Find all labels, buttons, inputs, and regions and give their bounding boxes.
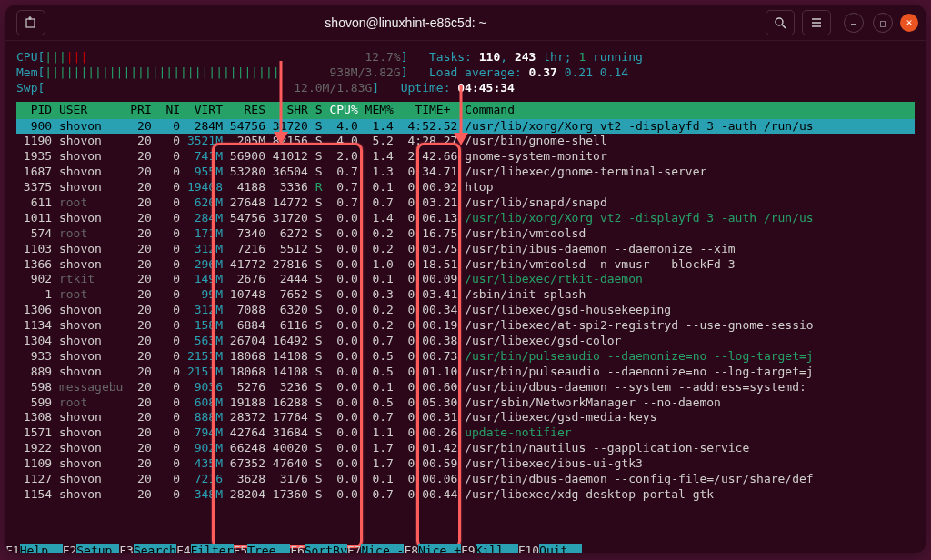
process-row[interactable]: 1103 shovon 20 0 312M 7216 5512 S 0.0 0.…	[16, 242, 915, 257]
mem-label: Mem	[16, 65, 37, 79]
search-button[interactable]	[766, 10, 795, 35]
maximize-button[interactable]: □	[873, 13, 893, 33]
window-title: shovon@linuxhint-e86c5d: ~	[325, 15, 486, 31]
close-icon: ✕	[906, 16, 913, 29]
close-button[interactable]: ✕	[900, 14, 918, 32]
process-row[interactable]: 1154 shovon 20 0 348M 28204 17360 S 0.0 …	[16, 487, 915, 503]
swp-label: Swp	[16, 81, 37, 95]
hdr-time: TIME+	[415, 103, 450, 116]
hdr-mem: MEM%	[365, 103, 394, 116]
search-icon	[774, 16, 786, 29]
minimize-icon: –	[851, 17, 856, 29]
process-row[interactable]: 1134 shovon 20 0 158M 6884 6116 S 0.0 0.…	[16, 318, 915, 334]
new-tab-icon	[25, 16, 37, 29]
swp-used: 12.0M	[294, 81, 329, 95]
process-row[interactable]: 1687 shovon 20 0 955M 53280 36504 S 0.7 …	[16, 165, 915, 180]
process-row[interactable]: 1304 shovon 20 0 563M 26704 16492 S 0.0 …	[16, 334, 915, 349]
fkey-sortby[interactable]: SortBy	[305, 544, 347, 553]
process-row[interactable]: 598 messagebu 20 0 9036 5276 3236 S 0.0 …	[16, 380, 915, 395]
fkey-tree[interactable]: Tree	[247, 544, 290, 553]
hdr-pid: PID	[31, 103, 52, 116]
new-tab-button[interactable]	[16, 10, 45, 35]
la3: 0.14	[600, 65, 628, 79]
hdr-user: USER	[59, 103, 87, 116]
hdr-cpu: CPU%	[329, 103, 357, 116]
process-header[interactable]: PID USER PRI NI VIRT RES SHR S CPU% MEM%…	[16, 102, 915, 119]
process-row[interactable]: 902 rtkit 20 0 149M 2676 2444 S 0.0 0.1 …	[16, 272, 915, 287]
terminal-content[interactable]: CPU[|||||| 12.7%] Tasks: 110, 243 thr; 1…	[5, 41, 926, 553]
process-row[interactable]: 1935 shovon 20 0 741M 56900 41012 S 2.0 …	[16, 149, 915, 165]
fkey-kill[interactable]: Kill	[476, 544, 518, 553]
process-row[interactable]: 611 root 20 0 620M 27648 14772 S 0.7 0.7…	[16, 195, 915, 211]
fkey-nice-up[interactable]: Nice +	[418, 544, 461, 553]
fkey-nice-down[interactable]: Nice -	[361, 544, 404, 553]
hdr-virt: VIRT	[195, 103, 223, 116]
process-row[interactable]: 1011 shovon 20 0 284M 54756 31720 S 0.0 …	[16, 211, 915, 226]
process-row[interactable]: 889 shovon 20 0 2151M 18068 14108 S 0.0 …	[16, 365, 915, 380]
thr-label: thr;	[543, 50, 571, 64]
fkey-setup[interactable]: Setup	[76, 544, 119, 553]
function-keys: F1Help F2Setup F3SearchF4FilterF5Tree F6…	[5, 544, 926, 553]
process-row[interactable]: 1 root 20 0 99M 10748 7652 S 0.0 0.3 0:0…	[16, 287, 915, 303]
la-label: Load average:	[429, 65, 522, 79]
meters: CPU[|||||| 12.7%] Tasks: 110, 243 thr; 1…	[16, 50, 915, 96]
fkey-help[interactable]: Help	[20, 544, 63, 553]
process-row[interactable]: 599 root 20 0 608M 19188 16288 S 0.0 0.5…	[16, 395, 915, 411]
svg-point-1	[776, 18, 783, 25]
uptime-label: Uptime:	[401, 81, 451, 95]
process-row[interactable]: 1308 shovon 20 0 888M 28372 17764 S 0.0 …	[16, 410, 915, 425]
process-row[interactable]: 900 shovon 20 0 284M 54756 31720 S 4.0 1…	[16, 119, 915, 135]
fkey-quit[interactable]: Quit	[539, 544, 582, 553]
hdr-ni: NI	[165, 103, 180, 116]
svg-rect-0	[26, 19, 35, 27]
process-row[interactable]: 1571 shovon 20 0 794M 42764 31684 S 0.0 …	[16, 425, 915, 441]
minimize-button[interactable]: –	[844, 13, 864, 33]
cpu-pct: 12.7%	[365, 50, 401, 64]
process-row[interactable]: 3375 shovon 20 0 19408 4188 3336 R 0.7 0…	[16, 180, 915, 195]
process-row[interactable]: 1190 shovon 20 0 3521M 205M 82156 S 4.0 …	[16, 134, 915, 149]
maximize-icon: □	[880, 17, 886, 29]
process-row[interactable]: 1366 shovon 20 0 296M 41772 27816 S 0.0 …	[16, 257, 915, 273]
thr-count: 243	[515, 50, 536, 64]
la2: 0.21	[565, 65, 593, 79]
uptime: 04:45:34	[457, 81, 515, 95]
cpu-label: CPU	[16, 50, 37, 64]
process-row[interactable]: 1109 shovon 20 0 435M 67352 47640 S 0.0 …	[16, 456, 915, 472]
process-row[interactable]: 1127 shovon 20 0 7216 3628 3176 S 0.0 0.…	[16, 472, 915, 487]
tasks-count: 110	[479, 50, 500, 64]
terminal-window: shovon@linuxhint-e86c5d: ~ – □ ✕ CPU[|||…	[5, 5, 926, 553]
hdr-res: RES	[245, 103, 265, 116]
mem-used: 938M	[329, 65, 357, 79]
hdr-s: S	[315, 103, 323, 116]
process-row[interactable]: 933 shovon 20 0 2151M 18068 14108 S 0.0 …	[16, 349, 915, 365]
hdr-pri: PRI	[130, 103, 151, 116]
la1: 0.37	[529, 65, 557, 79]
hdr-cmd: Command	[465, 103, 515, 116]
swp-total: 1.83G	[336, 81, 372, 95]
fkey-search[interactable]: Search	[134, 544, 176, 553]
running-label: running	[593, 50, 643, 64]
mem-total: 3.82G	[365, 65, 401, 79]
hdr-shr: SHR	[286, 103, 307, 116]
process-row[interactable]: 574 root 20 0 171M 7340 6272 S 0.0 0.2 0…	[16, 226, 915, 242]
menu-button[interactable]	[802, 10, 831, 35]
process-row[interactable]: 1922 shovon 20 0 902M 66248 40020 S 0.0 …	[16, 441, 915, 456]
tasks-label: Tasks:	[429, 50, 472, 64]
fkey-filter[interactable]: Filter	[191, 544, 234, 553]
process-list: 900 shovon 20 0 284M 54756 31720 S 4.0 1…	[16, 119, 915, 503]
hamburger-icon	[810, 16, 823, 29]
titlebar: shovon@linuxhint-e86c5d: ~ – □ ✕	[5, 5, 926, 41]
svg-line-2	[782, 25, 786, 28]
process-row[interactable]: 1306 shovon 20 0 312M 7088 6320 S 0.0 0.…	[16, 303, 915, 318]
